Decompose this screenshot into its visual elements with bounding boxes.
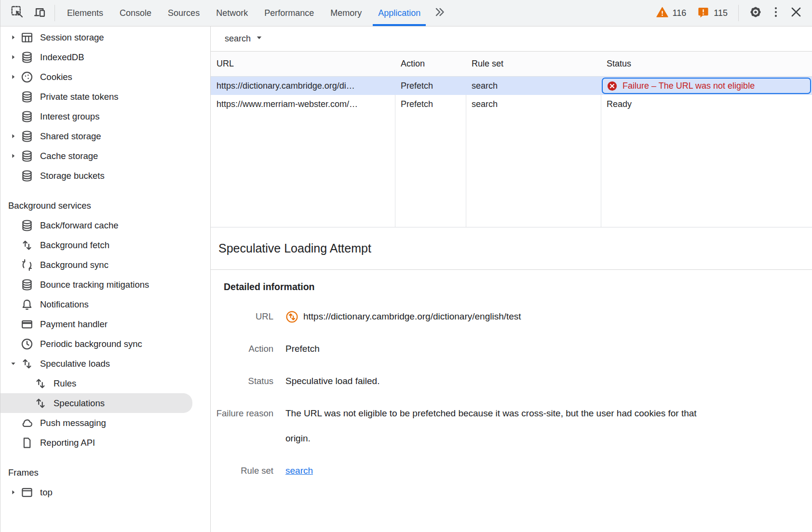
updown-arrows-icon <box>33 376 48 391</box>
chevron-right-icon[interactable] <box>7 150 19 162</box>
sidebar-item-label: Periodic background sync <box>40 339 142 349</box>
chevron-right-icon[interactable] <box>7 32 19 43</box>
column-header-url[interactable]: URL <box>211 52 395 76</box>
chevron-double-right-icon <box>433 6 446 20</box>
sidebar-item-speculations[interactable]: Speculations <box>0 393 192 413</box>
ruleset-filter-dropdown[interactable]: search <box>225 34 263 44</box>
sidebar-item-notifications[interactable]: Notifications <box>0 294 210 314</box>
devtools-window: ElementsConsoleSourcesNetworkPerformance… <box>0 0 812 532</box>
cell-rule-set[interactable]: search <box>466 95 601 113</box>
menu-button[interactable] <box>767 5 785 21</box>
table-row[interactable]: https://dictionary.cambridge.org/di…Pref… <box>211 77 812 95</box>
column-header-status[interactable]: Status <box>601 52 812 76</box>
database-icon <box>20 129 34 144</box>
tab-sources[interactable]: Sources <box>160 0 208 26</box>
chevron-down-icon[interactable] <box>7 358 19 370</box>
database-icon <box>20 149 34 163</box>
cell-status[interactable]: Ready <box>601 95 812 113</box>
cell-rule-set[interactable]: search <box>466 77 601 95</box>
close-button[interactable] <box>785 5 807 21</box>
database-icon <box>20 50 34 65</box>
speculative-load-icon <box>285 310 298 323</box>
sidebar-item-shared-storage[interactable]: Shared storage <box>0 126 210 146</box>
cloud-icon <box>20 416 34 430</box>
sidebar-item-label: Speculations <box>54 398 105 409</box>
tab-elements[interactable]: Elements <box>59 0 111 26</box>
updown-arrows-icon <box>20 357 34 371</box>
chevron-right-icon[interactable] <box>7 487 19 498</box>
sync-icon <box>20 258 34 272</box>
sidebar-item-push-messaging[interactable]: Push messaging <box>0 413 210 433</box>
chevron-right-icon[interactable] <box>7 131 19 142</box>
cell-action[interactable]: Prefetch <box>395 77 466 95</box>
sidebar-item-indexeddb[interactable]: IndexedDB <box>0 47 210 67</box>
failure-circle-icon <box>607 80 618 92</box>
tab-memory[interactable]: Memory <box>322 0 370 26</box>
expander-spacer <box>7 417 19 429</box>
tab-console[interactable]: Console <box>111 0 160 26</box>
expander-spacer <box>7 91 19 103</box>
sidebar-item-cookies[interactable]: Cookies <box>0 67 210 87</box>
cell-url[interactable]: https://www.merriam-webster.com/… <box>211 95 395 113</box>
sidebar-item-label: Background fetch <box>40 240 109 251</box>
sidebar-item-top[interactable]: top <box>0 482 210 502</box>
sidebar-item-interest-groups[interactable]: Interest groups <box>0 106 210 126</box>
table-header-row: URLActionRule setStatus <box>211 52 812 77</box>
expander-spacer <box>7 338 19 350</box>
database-icon <box>20 109 34 124</box>
sidebar-item-background-fetch[interactable]: Background fetch <box>0 235 210 255</box>
column-header-rule-set[interactable]: Rule set <box>466 52 601 76</box>
database-icon <box>20 278 34 292</box>
sidebar-item-cache-storage[interactable]: Cache storage <box>0 146 210 166</box>
detail-value-rule-set: search <box>285 458 719 483</box>
sidebar-item-session-storage[interactable]: Session storage <box>0 27 210 47</box>
cell-action[interactable]: Prefetch <box>395 95 466 113</box>
sidebar-item-label: Private state tokens <box>40 92 118 102</box>
cell-status[interactable]: Failure – The URL was not eligible <box>601 77 812 95</box>
detail-value-url: https://dictionary.cambridge.org/diction… <box>285 304 719 329</box>
sidebar-item-reporting-api[interactable]: Reporting API <box>0 433 210 452</box>
sidebar-item-private-state-tokens[interactable]: Private state tokens <box>0 87 210 106</box>
panel-tabs: ElementsConsoleSourcesNetworkPerformance… <box>59 0 429 26</box>
detail-label-status: Status <box>211 369 273 394</box>
sidebar-item-storage-buckets[interactable]: Storage buckets <box>0 166 210 186</box>
warnings-counter[interactable]: 116 <box>656 6 687 21</box>
status-failure-badge[interactable]: Failure – The URL was not eligible <box>602 78 811 94</box>
sidebar-item-payment-handler[interactable]: Payment handler <box>0 314 210 334</box>
updown-arrows-icon <box>33 396 48 411</box>
tab-network[interactable]: Network <box>208 0 256 26</box>
more-tabs-button[interactable] <box>429 0 451 26</box>
rule-set-link[interactable]: search <box>285 466 313 476</box>
table-row[interactable]: https://www.merriam-webster.com/…Prefetc… <box>211 95 812 113</box>
tab-application[interactable]: Application <box>370 0 429 26</box>
inspect-element-button[interactable] <box>6 5 28 21</box>
sidebar-item-background-sync[interactable]: Background sync <box>0 255 210 275</box>
expander-spacer <box>7 111 19 122</box>
expander-spacer <box>7 220 19 231</box>
device-toolbar-button[interactable] <box>28 5 51 21</box>
detail-label-failure-reason: Failure reason <box>211 401 273 451</box>
chevron-right-icon[interactable] <box>7 52 19 63</box>
inspect-cursor-icon <box>10 5 25 21</box>
sidebar-item-label: IndexedDB <box>40 52 84 63</box>
cell-url[interactable]: https://dictionary.cambridge.org/di… <box>211 77 395 95</box>
settings-button[interactable] <box>744 5 767 21</box>
chevron-right-icon[interactable] <box>7 71 19 83</box>
section-heading: Detailed information <box>211 281 812 293</box>
sidebar-item-label: top <box>40 487 53 498</box>
tabbar-divider <box>738 5 739 21</box>
column-header-action[interactable]: Action <box>395 52 466 76</box>
sidebar-item-label: Bounce tracking mitigations <box>40 279 149 290</box>
issues-counter[interactable]: 115 <box>697 6 728 21</box>
sidebar-item-bounce-tracking-mitigations[interactable]: Bounce tracking mitigations <box>0 275 210 294</box>
tab-performance[interactable]: Performance <box>256 0 322 26</box>
kebab-menu-icon <box>769 5 783 21</box>
warnings-count: 116 <box>673 8 687 18</box>
tabbar-divider <box>54 5 55 21</box>
sidebar-item-rules[interactable]: Rules <box>0 373 210 393</box>
detail-fields: URLhttps://dictionary.cambridge.org/dict… <box>211 304 812 483</box>
sidebar-item-periodic-background-sync[interactable]: Periodic background sync <box>0 334 210 354</box>
sidebar-item-speculative-loads[interactable]: Speculative loads <box>0 354 210 373</box>
expander-spacer <box>21 398 32 409</box>
sidebar-item-back-forward-cache[interactable]: Back/forward cache <box>0 215 210 235</box>
